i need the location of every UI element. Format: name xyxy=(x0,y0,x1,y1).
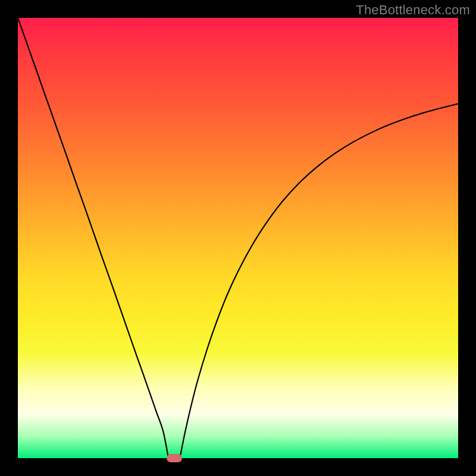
watermark-text: TheBottleneck.com xyxy=(356,2,470,18)
curve-svg xyxy=(18,18,458,458)
curve-left-branch xyxy=(18,18,168,458)
plot-area xyxy=(18,18,458,458)
minimum-marker xyxy=(167,454,182,462)
chart-frame: TheBottleneck.com xyxy=(0,0,476,476)
curve-right-branch xyxy=(180,104,458,458)
